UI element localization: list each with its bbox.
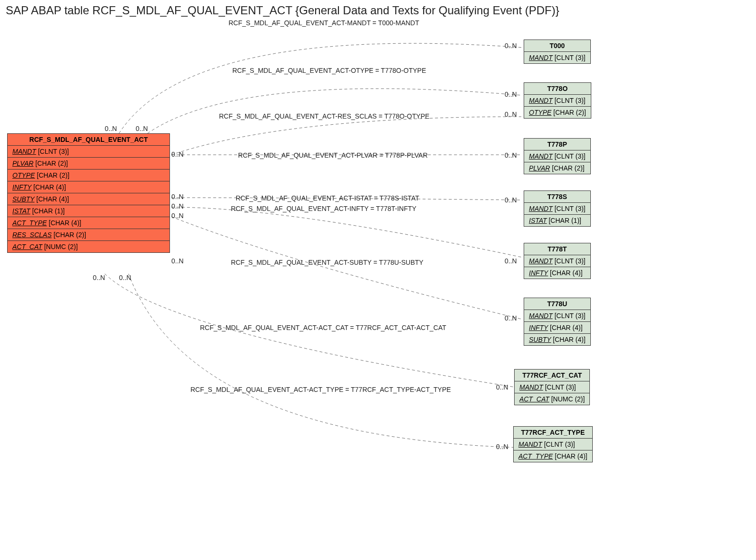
entity-field: PLVAR [CHAR (2)] bbox=[524, 162, 590, 174]
entity-main-field: OTYPE [CHAR (2)] bbox=[8, 170, 169, 181]
entity-t77rcf-act-type: T77RCF_ACT_TYPE MANDT [CLNT (3)] ACT_TYP… bbox=[513, 426, 593, 462]
entity-header: T778O bbox=[524, 83, 591, 95]
entity-field: SUBTY [CHAR (4)] bbox=[524, 334, 590, 345]
entity-field: OTYPE [CHAR (2)] bbox=[524, 107, 591, 118]
entity-t000: T000 MANDT [CLNT (3)] bbox=[524, 40, 591, 64]
entity-field: MANDT [CLNT (3)] bbox=[524, 255, 590, 267]
entity-header: T000 bbox=[524, 40, 590, 52]
entity-field: MANDT [CLNT (3)] bbox=[524, 52, 590, 63]
entity-header: T778T bbox=[524, 243, 590, 255]
relationship-lines bbox=[0, 0, 756, 560]
cardinality: 0..N bbox=[171, 150, 184, 158]
cardinality: 0..N bbox=[505, 90, 517, 98]
cardinality: 0..N bbox=[505, 196, 517, 204]
relation-label: RCF_S_MDL_AF_QUAL_EVENT_ACT-ISTAT = T778… bbox=[236, 194, 419, 202]
entity-field: MANDT [CLNT (3)] bbox=[524, 150, 590, 162]
page-title: SAP ABAP table RCF_S_MDL_AF_QUAL_EVENT_A… bbox=[6, 4, 559, 17]
relation-label: RCF_S_MDL_AF_QUAL_EVENT_ACT-ACT_TYPE = T… bbox=[190, 386, 451, 393]
cardinality: 0..N bbox=[496, 443, 508, 450]
entity-t778u: T778U MANDT [CLNT (3)] INFTY [CHAR (4)] … bbox=[524, 298, 591, 346]
cardinality: 0..N bbox=[171, 193, 184, 200]
entity-t778s: T778S MANDT [CLNT (3)] ISTAT [CHAR (1)] bbox=[524, 190, 591, 227]
entity-field: MANDT [CLNT (3)] bbox=[524, 203, 590, 215]
entity-main-field: ACT_CAT [NUMC (2)] bbox=[8, 241, 169, 252]
cardinality: 0..N bbox=[505, 151, 517, 159]
entity-t778p: T778P MANDT [CLNT (3)] PLVAR [CHAR (2)] bbox=[524, 138, 591, 174]
cardinality: 0..N bbox=[105, 125, 117, 132]
entity-field: ACT_TYPE [CHAR (4)] bbox=[514, 450, 592, 462]
entity-field: MANDT [CLNT (3)] bbox=[515, 381, 589, 393]
entity-field: MANDT [CLNT (3)] bbox=[524, 310, 590, 322]
entity-header: T778U bbox=[524, 298, 590, 310]
entity-main-field: INFTY [CHAR (4)] bbox=[8, 181, 169, 193]
entity-header: T77RCF_ACT_TYPE bbox=[514, 427, 592, 439]
entity-header: T77RCF_ACT_CAT bbox=[515, 370, 589, 381]
cardinality: 0..N bbox=[171, 212, 184, 220]
cardinality: 0..N bbox=[171, 257, 184, 265]
entity-t778o: T778O MANDT [CLNT (3)] OTYPE [CHAR (2)] bbox=[524, 82, 591, 119]
relation-label: RCF_S_MDL_AF_QUAL_EVENT_ACT-MANDT = T000… bbox=[229, 19, 419, 27]
relation-label: RCF_S_MDL_AF_QUAL_EVENT_ACT-OTYPE = T778… bbox=[232, 67, 426, 74]
entity-t77rcf-act-cat: T77RCF_ACT_CAT MANDT [CLNT (3)] ACT_CAT … bbox=[514, 369, 590, 405]
entity-main-field: RES_SCLAS [CHAR (2)] bbox=[8, 229, 169, 241]
relation-label: RCF_S_MDL_AF_QUAL_EVENT_ACT-INFTY = T778… bbox=[231, 205, 417, 212]
entity-header: T778S bbox=[524, 191, 590, 203]
entity-main-field: ISTAT [CHAR (1)] bbox=[8, 205, 169, 217]
entity-field: ACT_CAT [NUMC (2)] bbox=[515, 393, 589, 405]
entity-field: INFTY [CHAR (4)] bbox=[524, 322, 590, 334]
entity-main: RCF_S_MDL_AF_QUAL_EVENT_ACT MANDT [CLNT … bbox=[7, 133, 170, 253]
cardinality: 0..N bbox=[505, 42, 517, 50]
cardinality: 0..N bbox=[505, 110, 517, 118]
entity-main-field: SUBTY [CHAR (4)] bbox=[8, 193, 169, 205]
cardinality: 0..N bbox=[505, 314, 517, 322]
cardinality: 0..N bbox=[119, 274, 131, 281]
entity-main-field: MANDT [CLNT (3)] bbox=[8, 146, 169, 158]
relation-label: RCF_S_MDL_AF_QUAL_EVENT_ACT-ACT_CAT = T7… bbox=[200, 324, 446, 331]
relation-label: RCF_S_MDL_AF_QUAL_EVENT_ACT-RES_SCLAS = … bbox=[219, 112, 429, 120]
entity-field: INFTY [CHAR (4)] bbox=[524, 267, 590, 279]
cardinality: 0..N bbox=[505, 257, 517, 265]
entity-header: T778P bbox=[524, 139, 590, 150]
cardinality: 0..N bbox=[496, 383, 508, 391]
entity-main-header: RCF_S_MDL_AF_QUAL_EVENT_ACT bbox=[8, 134, 169, 146]
cardinality: 0..N bbox=[136, 125, 148, 132]
cardinality: 0..N bbox=[93, 274, 105, 281]
entity-t778t: T778T MANDT [CLNT (3)] INFTY [CHAR (4)] bbox=[524, 243, 591, 279]
entity-field: ISTAT [CHAR (1)] bbox=[524, 215, 590, 226]
entity-field: MANDT [CLNT (3)] bbox=[514, 439, 592, 450]
entity-main-field: ACT_TYPE [CHAR (4)] bbox=[8, 217, 169, 229]
cardinality: 0..N bbox=[171, 202, 184, 210]
relation-label: RCF_S_MDL_AF_QUAL_EVENT_ACT-PLVAR = T778… bbox=[238, 151, 428, 159]
entity-main-field: PLVAR [CHAR (2)] bbox=[8, 158, 169, 170]
relation-label: RCF_S_MDL_AF_QUAL_EVENT_ACT-SUBTY = T778… bbox=[231, 259, 423, 266]
entity-field: MANDT [CLNT (3)] bbox=[524, 95, 591, 107]
